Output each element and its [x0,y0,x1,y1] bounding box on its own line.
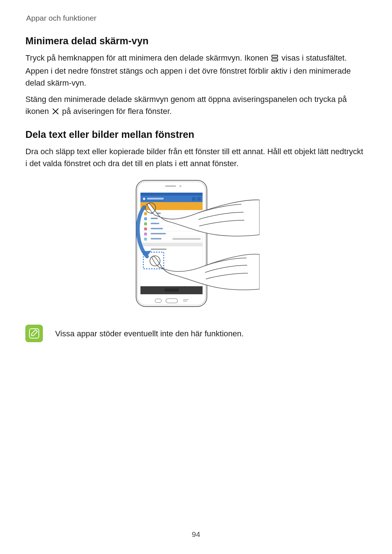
svg-rect-40 [151,249,167,250]
svg-rect-47 [29,329,39,338]
text-fragment: på aviseringen för flera fönster. [62,107,172,116]
close-icon [52,106,59,118]
svg-rect-36 [144,238,147,241]
section-title-minimize: Minimera delad skärm-vyn [25,36,367,47]
svg-rect-28 [151,228,163,229]
svg-point-13 [143,198,145,200]
section2-paragraph-1: Dra och släpp text eller kopierade bilde… [25,145,367,169]
breadcrumb: Appar och funktioner [26,14,367,22]
svg-rect-43 [164,288,179,292]
svg-rect-26 [151,218,158,219]
svg-rect-29 [151,233,166,234]
svg-rect-6 [165,185,176,187]
split-screen-icon [271,53,278,65]
page-number: 94 [0,530,392,539]
note-pencil-icon [25,325,43,342]
svg-point-7 [180,185,181,187]
section-title-share: Dela text eller bilder mellan fönstren [25,129,367,140]
svg-rect-34 [144,227,147,230]
text-fragment: Tryck på hemknappen för att minimera den… [25,53,270,62]
illustration-container [25,178,367,314]
drag-between-windows-illustration [132,178,260,314]
svg-rect-30 [151,238,162,239]
svg-rect-32 [144,217,147,220]
svg-rect-35 [144,233,147,235]
svg-rect-27 [151,223,159,224]
svg-rect-31 [144,212,147,215]
svg-rect-0 [272,55,278,57]
note-text: Vissa appar stöder eventuellt inte den h… [55,328,244,340]
svg-rect-14 [147,198,164,200]
svg-rect-37 [172,238,201,240]
svg-rect-11 [140,193,203,196]
svg-rect-33 [144,222,147,225]
svg-rect-16 [197,197,201,201]
document-page: Appar och funktioner Minimera delad skär… [0,0,392,554]
section1-paragraph-2: Stäng den minimerade delade skärmvyn gen… [25,93,367,118]
note-row: Vissa appar stöder eventuellt inte den h… [25,325,367,342]
svg-rect-38 [140,243,203,246]
svg-rect-15 [192,197,196,201]
section1-paragraph-1: Tryck på hemknappen för att minimera den… [25,52,367,89]
svg-rect-1 [272,59,278,61]
